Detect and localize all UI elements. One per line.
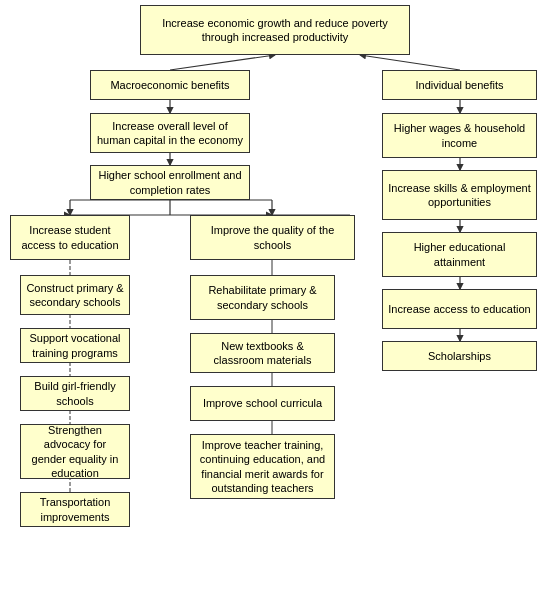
box-higher-edu: Higher educational attainment: [382, 232, 537, 277]
box-curricula: Improve school curricula: [190, 386, 335, 421]
box-human-capital: Increase overall level of human capital …: [90, 113, 250, 153]
box-macro: Macroeconomic benefits: [90, 70, 250, 100]
box-construct: Construct primary & secondary schools: [20, 275, 130, 315]
svg-line-0: [170, 55, 275, 70]
box-student-access: Increase student access to education: [10, 215, 130, 260]
box-top: Increase economic growth and reduce pove…: [140, 5, 410, 55]
box-vocational: Support vocational training programs: [20, 328, 130, 363]
box-scholarships: Scholarships: [382, 341, 537, 371]
box-increase-skills: Increase skills & employment opportuniti…: [382, 170, 537, 220]
box-quality-schools: Improve the quality of the schools: [190, 215, 355, 260]
box-advocacy: Strengthen advocacy for gender equality …: [20, 424, 130, 479]
box-girl-friendly: Build girl-friendly schools: [20, 376, 130, 411]
box-rehabilitate: Rehabilitate primary & secondary schools: [190, 275, 335, 320]
svg-line-1: [360, 55, 460, 70]
box-transport: Transportation improvements: [20, 492, 130, 527]
box-teacher: Improve teacher training, continuing edu…: [190, 434, 335, 499]
box-individual: Individual benefits: [382, 70, 537, 100]
box-textbooks: New textbooks & classroom materials: [190, 333, 335, 373]
diagram: Increase economic growth and reduce pove…: [0, 0, 553, 601]
box-increase-access-edu: Increase access to education: [382, 289, 537, 329]
box-higher-wages: Higher wages & household income: [382, 113, 537, 158]
box-enrollment: Higher school enrollment and completion …: [90, 165, 250, 200]
